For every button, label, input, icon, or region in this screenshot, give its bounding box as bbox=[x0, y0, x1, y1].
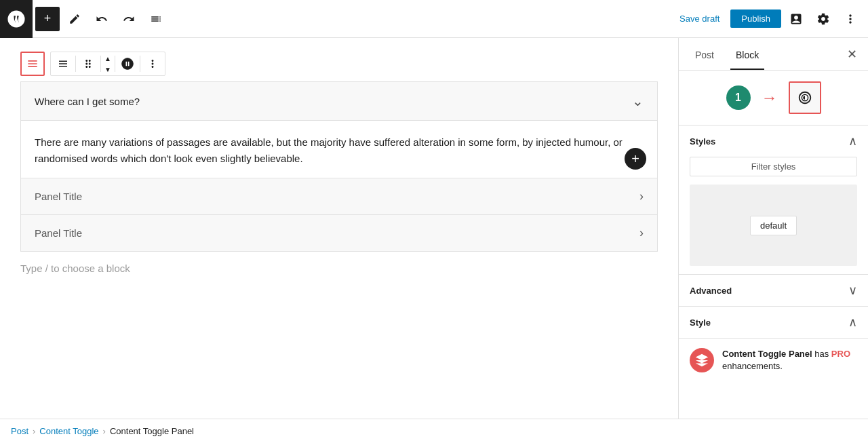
list-view-button[interactable] bbox=[144, 7, 168, 31]
pro-product-name: Content Toggle Panel bbox=[722, 349, 812, 359]
add-block-inline-button[interactable]: + bbox=[625, 148, 646, 170]
pro-label: PRO bbox=[831, 349, 850, 359]
sidebar-close-button[interactable]: ✕ bbox=[841, 43, 863, 65]
main-layout: ▲ ▼ Where can I get some? ⌄ bbox=[0, 38, 868, 419]
accordion-panel-3: Panel Title › bbox=[21, 214, 657, 251]
panel-3-chevron-icon: › bbox=[639, 226, 644, 240]
default-style-chip: default bbox=[750, 216, 797, 235]
accordion-container: Where can I get some? ⌄ There are many v… bbox=[20, 81, 658, 252]
accordion-panel-3-header[interactable]: Panel Title › bbox=[21, 215, 657, 251]
accordion-open-header[interactable]: Where can I get some? ⌄ bbox=[21, 82, 657, 120]
advanced-expand-button[interactable]: ∨ bbox=[848, 283, 857, 298]
breadcrumb-sep-1: › bbox=[33, 426, 35, 436]
align-button[interactable] bbox=[51, 52, 75, 76]
panel-2-title: Panel Title bbox=[35, 191, 82, 202]
style-toggle-preview[interactable] bbox=[789, 81, 821, 114]
pro-text: Content Toggle Panel has PRO enhancement… bbox=[722, 348, 857, 372]
open-panel-chevron-icon: ⌄ bbox=[632, 93, 644, 109]
accordion-open-content: There are many variations of passages ar… bbox=[21, 120, 657, 178]
tab-post[interactable]: Post bbox=[690, 41, 719, 70]
svg-text:W: W bbox=[12, 14, 20, 23]
step-circle: 1 bbox=[726, 85, 751, 110]
block-toolbar: ▲ ▼ bbox=[0, 52, 678, 76]
redo-button[interactable] bbox=[117, 7, 141, 31]
undo-button[interactable] bbox=[90, 7, 114, 31]
breadcrumb: Post › Content Toggle › Content Toggle P… bbox=[0, 419, 868, 443]
drag-handle-button[interactable] bbox=[76, 52, 100, 76]
tab-block[interactable]: Block bbox=[730, 41, 764, 70]
style-section-lower: Style ∧ bbox=[679, 306, 868, 338]
move-down-button[interactable]: ▼ bbox=[101, 64, 115, 75]
accordion-panel-2-header[interactable]: Panel Title › bbox=[21, 178, 657, 214]
styles-section-title: Styles bbox=[690, 136, 715, 147]
breadcrumb-post[interactable]: Post bbox=[11, 426, 28, 436]
panel-3-title: Panel Title bbox=[35, 227, 82, 239]
publish-button[interactable]: Publish bbox=[730, 9, 781, 28]
styles-section-collapse-button[interactable]: ∧ bbox=[848, 134, 857, 149]
styles-section-header: Styles ∧ bbox=[690, 134, 857, 149]
move-up-down-buttons: ▲ ▼ bbox=[101, 53, 115, 75]
open-panel-title: Where can I get some? bbox=[35, 96, 140, 107]
type-hint[interactable]: Type / to choose a block bbox=[0, 252, 678, 285]
block-controls: ▲ ▼ bbox=[50, 52, 165, 76]
style-preview-box: default bbox=[690, 185, 857, 266]
advanced-title: Advanced bbox=[690, 286, 732, 296]
right-sidebar: Post Block ✕ 1 → Styles ∧ Filter styles … bbox=[678, 38, 868, 419]
breadcrumb-current: Content Toggle Panel bbox=[110, 426, 194, 436]
more-block-options-button[interactable] bbox=[140, 52, 165, 76]
save-draft-button[interactable]: Save draft bbox=[671, 9, 728, 28]
arrow-indicator: → bbox=[762, 88, 778, 107]
more-options-button[interactable] bbox=[838, 7, 863, 31]
filter-styles-button[interactable]: Filter styles bbox=[690, 157, 857, 176]
move-up-button[interactable]: ▲ bbox=[101, 53, 115, 64]
wp-logo: W bbox=[0, 0, 33, 38]
pro-logo bbox=[690, 348, 714, 372]
sidebar-tabs: Post Block ✕ bbox=[679, 38, 868, 71]
accordion-content-text: There are many variations of passages ar… bbox=[35, 134, 644, 167]
toggle-icon-button[interactable] bbox=[115, 52, 140, 76]
settings-panel-button[interactable] bbox=[811, 7, 835, 31]
block-type-button[interactable] bbox=[20, 52, 45, 76]
top-toolbar: W + Save draft Publish bbox=[0, 0, 868, 38]
edit-button[interactable] bbox=[62, 7, 87, 31]
styles-section: Styles ∧ Filter styles default bbox=[679, 125, 868, 274]
breadcrumb-sep-2: › bbox=[103, 426, 106, 436]
advanced-section: Advanced ∨ bbox=[679, 274, 868, 306]
pro-banner: Content Toggle Panel has PRO enhancement… bbox=[679, 338, 868, 382]
add-block-button[interactable]: + bbox=[35, 7, 60, 31]
accordion-open-panel: Where can I get some? ⌄ There are many v… bbox=[21, 82, 657, 178]
style-section-lower-toggle-button[interactable]: ∧ bbox=[848, 315, 857, 330]
breadcrumb-content-toggle[interactable]: Content Toggle bbox=[39, 426, 98, 436]
editor-area: ▲ ▼ Where can I get some? ⌄ bbox=[0, 38, 678, 419]
style-section-lower-title: Style bbox=[690, 317, 711, 328]
accordion-panel-2: Panel Title › bbox=[21, 178, 657, 214]
advanced-header: Advanced ∨ bbox=[690, 283, 857, 298]
style-indicator-row: 1 → bbox=[679, 71, 868, 125]
panel-2-chevron-icon: › bbox=[639, 189, 644, 204]
style-section-lower-header: Style ∧ bbox=[690, 315, 857, 330]
view-toggle-button[interactable] bbox=[784, 7, 808, 31]
